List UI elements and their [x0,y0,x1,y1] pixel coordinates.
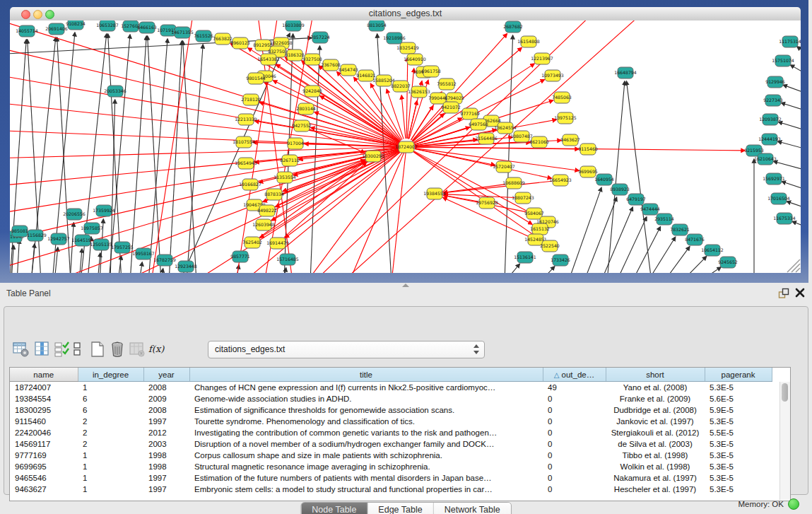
table-cell[interactable]: 2 [78,438,143,450]
table-cell[interactable]: 49 [543,382,606,394]
table-cell[interactable]: 1998 [143,450,189,461]
graph-node[interactable]: 18300295 [362,151,384,162]
graph-node[interactable]: 9801544 [246,73,266,84]
column-header-pagerank[interactable]: pagerank [705,368,772,382]
table-cell[interactable]: 14569117 [10,438,78,450]
table-cell[interactable]: Franke et al. (2009) [606,393,705,404]
table-row[interactable]: 946362711997Embryonic stem cells: a mode… [10,484,772,495]
table-cell[interactable]: 5.3E-5 [705,484,772,495]
graph-node[interactable]: 9245652 [718,257,738,268]
column-header-title[interactable]: title [189,368,543,382]
table-cell[interactable]: Genome-wide association studies in ADHD. [189,393,543,404]
graph-node[interactable]: 2935114 [654,214,674,225]
graph-node[interactable]: 16640910 [404,54,426,65]
graph-node[interactable]: 12444193 [758,134,781,145]
graph-node[interactable]: 10975857 [81,223,103,234]
graph-node[interactable]: 16782759 [153,255,176,266]
graph-edge[interactable] [626,81,652,273]
table-cell[interactable]: 1 [78,382,143,394]
table-cell[interactable]: Estimation of significance thresholds fo… [189,404,543,416]
graph-edge[interactable] [647,237,676,273]
graph-node[interactable]: 7832621 [670,224,690,235]
table-cell[interactable]: 5.3E-5 [705,416,772,427]
graph-node[interactable]: 6466163 [137,22,157,33]
table-cell[interactable]: 9463627 [10,484,78,495]
table-cell[interactable]: Structural magnetic resonance image aver… [189,461,543,472]
row-height-icon[interactable] [72,341,82,358]
graph-node[interactable]: 13626153 [408,86,430,98]
table-cell[interactable]: 2008 [143,382,189,394]
close-panel-icon[interactable] [794,287,806,298]
graph-node[interactable]: 917004 [287,138,304,149]
graph-node[interactable]: 2687682 [503,21,523,33]
graph-node[interactable]: 14055714 [16,25,38,37]
graph-node[interactable]: 20206556 [63,209,86,220]
graph-node[interactable]: 8186328 [285,49,305,61]
table-cell[interactable]: 5.3E-5 [705,461,772,472]
table-cell[interactable]: 5.3E-5 [705,450,772,461]
graph-node[interactable]: 16210643 [754,153,777,165]
graph-edge[interactable] [584,197,617,273]
graph-node[interactable]: 16154808 [517,36,540,47]
table-scrollbar-thumb[interactable] [782,383,788,402]
graph-edge[interactable] [314,21,596,273]
graph-node[interactable]: 2803144 [296,103,316,115]
table-cell[interactable]: Tourette syndrome. Phenomenology and cla… [189,416,543,427]
column-header-year[interactable]: year [143,368,189,382]
table-cell[interactable]: 9115460 [10,416,78,427]
graph-node[interactable]: 18807243 [512,192,534,204]
delete-table-icon[interactable] [109,341,126,358]
graph-node[interactable]: 10653287 [96,21,119,31]
network-window-titlebar[interactable]: citations_edges.txt [10,7,801,21]
graph-node[interactable]: 6479197 [626,194,646,205]
graph-edge[interactable] [778,141,801,151]
graph-node[interactable]: 19384554 [423,188,446,199]
graph-node[interactable]: 1733426 [551,255,570,266]
table-cell[interactable]: 2003 [143,438,189,450]
show-columns-icon[interactable] [34,341,51,358]
graph-edge[interactable] [415,147,579,149]
graph-edge[interactable] [797,47,801,57]
graph-edge[interactable] [98,253,100,273]
window-resize-grip[interactable] [787,259,800,272]
table-cell[interactable]: Yano et al. (2008) [606,382,705,394]
table-cell[interactable]: 1998 [143,461,189,472]
graph-node[interactable]: 2522540 [540,240,560,252]
select-rows-icon[interactable] [54,341,71,358]
graph-node[interactable]: 12505135 [90,239,112,250]
graph-node[interactable]: 7485063 [552,92,572,103]
create-table-icon[interactable] [89,341,106,358]
graph-node[interactable]: 9474444 [640,204,660,215]
graph-node[interactable]: 20691406 [45,23,68,35]
table-row[interactable]: 2242004622012Investigating the contribut… [10,427,772,438]
graph-node[interactable]: 15136141 [514,252,536,263]
graph-node[interactable]: 21564486 [475,133,498,144]
table-cell[interactable]: 18300295 [10,404,78,416]
table-cell[interactable]: 6 [78,393,143,404]
graph-node[interactable]: 16654923 [549,175,572,186]
graph-edge[interactable] [778,122,801,132]
table-cell[interactable]: Estimation of the future numbers of pati… [189,472,543,484]
graph-edge[interactable] [151,21,194,273]
graph-edge[interactable] [139,262,142,273]
graph-edge[interactable] [568,187,601,273]
graph-edge[interactable] [781,103,801,112]
graph-node[interactable]: 12942757 [47,233,70,245]
network-graph[interactable]: 1872400718300295896012389129551822605883… [10,21,801,273]
graph-edge[interactable] [187,45,203,273]
table-options-icon[interactable] [13,341,30,358]
table-cell[interactable]: 0 [543,404,606,416]
import-table-icon[interactable] [129,341,146,358]
table-cell[interactable]: Tibbo et al. (1998) [606,450,705,461]
graph-node[interactable]: 9327508 [302,54,322,65]
graph-node[interactable]: 9115460 [578,144,598,155]
table-cell[interactable]: Disruption of a novel member of a sodium… [189,438,543,450]
graph-edge[interactable] [632,227,660,273]
graph-edge[interactable] [540,267,555,273]
graph-edge[interactable] [681,257,707,273]
table-cell[interactable]: 1 [78,461,143,472]
table-cell[interactable]: 5.6E-5 [705,393,772,404]
table-cell[interactable]: Hescheler et al. (1997) [606,484,705,495]
table-cell[interactable]: 0 [543,472,606,484]
table-cell[interactable]: 2 [78,427,143,438]
